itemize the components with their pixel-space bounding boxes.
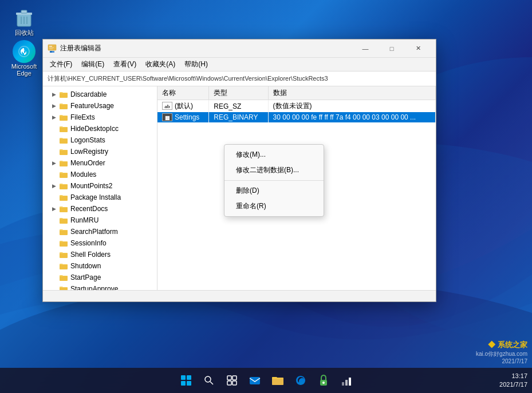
tree-item[interactable]: StartupApprove bbox=[43, 283, 157, 290]
menu-favorites[interactable]: 收藏夹(A) bbox=[141, 58, 180, 70]
tree-item[interactable]: Shutdown bbox=[43, 260, 157, 272]
title-bar-text: 注册表编辑器 bbox=[60, 43, 352, 53]
tree-item-label: MountPoints2 bbox=[70, 182, 112, 190]
tree-item-label: FileExts bbox=[70, 113, 95, 121]
svg-rect-31 bbox=[60, 264, 68, 269]
start-button[interactable] bbox=[176, 370, 196, 391]
svg-point-41 bbox=[205, 376, 211, 382]
context-menu: 修改(M)...修改二进制数据(B)...删除(D)重命名(R) bbox=[224, 144, 324, 217]
context-menu-item[interactable]: 重命名(R) bbox=[224, 199, 324, 214]
svg-rect-51 bbox=[342, 382, 344, 386]
taskbar: 13:17 2021/7/17 bbox=[0, 368, 532, 393]
tree-item[interactable]: ▶Discardable bbox=[43, 89, 157, 100]
svg-rect-15 bbox=[50, 51, 52, 53]
task-view-button[interactable] bbox=[222, 370, 242, 391]
regedit-window: 注册表编辑器 — □ ✕ 文件(F) 编辑(E) 查看(V) 收藏夹(A) 帮助… bbox=[42, 39, 436, 302]
svg-rect-20 bbox=[60, 138, 68, 144]
menu-edit[interactable]: 编辑(E) bbox=[77, 58, 109, 70]
menu-view[interactable]: 查看(V) bbox=[109, 58, 141, 70]
svg-rect-13 bbox=[49, 49, 53, 49]
tree-item[interactable]: RunMRU bbox=[43, 215, 157, 226]
tree-item[interactable]: ▶MountPoints2 bbox=[43, 180, 157, 192]
tree-item-label: Shutdown bbox=[70, 262, 101, 270]
regedit-icon bbox=[48, 44, 57, 53]
svg-rect-12 bbox=[49, 47, 54, 48]
tree-item[interactable]: Shell Folders bbox=[43, 249, 157, 260]
svg-rect-6 bbox=[21, 10, 27, 13]
svg-rect-23 bbox=[60, 173, 68, 178]
tree-item[interactable]: ▶FeatureUsage bbox=[43, 100, 157, 112]
tree-item-label: MenuOrder bbox=[70, 159, 105, 167]
tree-item[interactable]: StartPage bbox=[43, 272, 157, 283]
search-button[interactable] bbox=[199, 370, 219, 391]
taskbar-time: 13:17 2021/7/17 bbox=[499, 372, 527, 390]
edge-browser-icon[interactable]: Microsoft Edge bbox=[6, 40, 42, 77]
svg-rect-29 bbox=[60, 241, 68, 247]
tree-item-label: StartPage bbox=[70, 273, 101, 281]
tree-arrow-icon: ▶ bbox=[52, 103, 59, 109]
table-row[interactable]: ab(默认)REG_SZ(数值未设置) bbox=[157, 100, 436, 113]
menu-file[interactable]: 文件(F) bbox=[45, 58, 77, 70]
tree-item[interactable]: SessionInfo bbox=[43, 237, 157, 249]
network-button[interactable] bbox=[336, 370, 357, 391]
svg-rect-18 bbox=[60, 116, 68, 121]
recycle-bin-svg bbox=[13, 6, 36, 29]
svg-rect-27 bbox=[60, 219, 68, 224]
tree-item-label: RunMRU bbox=[70, 216, 98, 224]
close-button[interactable]: ✕ bbox=[405, 40, 431, 57]
svg-rect-11 bbox=[49, 46, 52, 47]
svg-rect-24 bbox=[60, 184, 68, 189]
svg-rect-38 bbox=[187, 375, 191, 380]
context-menu-item[interactable]: 修改二进制数据(B)... bbox=[224, 162, 324, 178]
minimize-button[interactable]: — bbox=[352, 40, 379, 57]
recycle-bin-icon[interactable]: 回收站 bbox=[6, 6, 42, 37]
tree-item-label: SessionInfo bbox=[70, 239, 107, 247]
context-menu-separator bbox=[224, 180, 324, 181]
tree-item[interactable]: ▶FileExts bbox=[43, 112, 157, 123]
col-data: 数据 bbox=[268, 86, 435, 100]
svg-rect-43 bbox=[227, 376, 231, 380]
svg-rect-52 bbox=[345, 380, 348, 386]
svg-rect-45 bbox=[227, 381, 231, 385]
edge-label: Microsoft Edge bbox=[6, 63, 42, 77]
desktop: 回收站 Microsoft Edge ◆ 系统之家 kai.o你好gzhua.c… bbox=[0, 0, 532, 393]
svg-rect-19 bbox=[60, 127, 68, 132]
svg-rect-22 bbox=[60, 161, 68, 166]
file-explorer-button[interactable] bbox=[267, 370, 288, 391]
svg-rect-30 bbox=[60, 253, 68, 258]
mail-app[interactable] bbox=[245, 370, 265, 391]
svg-rect-28 bbox=[60, 230, 68, 235]
tree-item[interactable]: LowRegistry bbox=[43, 146, 157, 157]
tree-item-label: Package Installa bbox=[70, 193, 121, 201]
cell-data: 30 00 00 00 fe ff ff ff 7a f4 00 00 03 0… bbox=[268, 112, 435, 122]
recycle-bin-label: 回收站 bbox=[15, 29, 34, 37]
tree-arrow-icon: ▶ bbox=[52, 160, 59, 166]
tree-item-label: Modules bbox=[70, 170, 96, 178]
context-menu-item[interactable]: 修改(M)... bbox=[224, 147, 324, 162]
tree-panel[interactable]: ▶Discardable▶FeatureUsage▶FileExtsHideDe… bbox=[43, 86, 157, 290]
maximize-button[interactable]: □ bbox=[379, 40, 405, 57]
tree-item-label: LogonStats bbox=[70, 136, 105, 144]
svg-rect-32 bbox=[60, 276, 68, 281]
tree-item[interactable]: ▶MenuOrder bbox=[43, 157, 157, 169]
edge-icon-img bbox=[13, 40, 36, 63]
table-row[interactable]: ▦SettingsREG_BINARY30 00 00 00 fe ff ff … bbox=[157, 112, 436, 122]
context-menu-item[interactable]: 删除(D) bbox=[224, 183, 324, 199]
svg-rect-46 bbox=[232, 381, 237, 385]
svg-rect-44 bbox=[232, 376, 237, 380]
svg-rect-16 bbox=[60, 93, 68, 98]
menu-help[interactable]: 帮助(H) bbox=[180, 58, 212, 70]
title-bar-buttons: — □ ✕ bbox=[352, 40, 431, 57]
tree-item[interactable]: HideDesktopIcc bbox=[43, 123, 157, 134]
tree-item[interactable]: Package Installa bbox=[43, 192, 157, 203]
edge-taskbar[interactable] bbox=[290, 370, 311, 391]
address-bar: 计算机\HKEY_CURRENT_USER\Software\Microsoft… bbox=[43, 72, 436, 86]
watermark: ◆ 系统之家 kai.o你好gzhua.com 2021/7/17 bbox=[476, 340, 527, 364]
tree-item-label: RecentDocs bbox=[70, 205, 108, 213]
tree-item[interactable]: Modules bbox=[43, 169, 157, 180]
registry-table: 名称 类型 数据 ab(默认)REG_SZ(数值未设置)▦SettingsREG… bbox=[157, 86, 436, 122]
tree-item[interactable]: ▶RecentDocs bbox=[43, 203, 157, 215]
tree-item[interactable]: SearchPlatform bbox=[43, 226, 157, 237]
security-button[interactable] bbox=[313, 370, 334, 391]
tree-item[interactable]: LogonStats bbox=[43, 134, 157, 146]
